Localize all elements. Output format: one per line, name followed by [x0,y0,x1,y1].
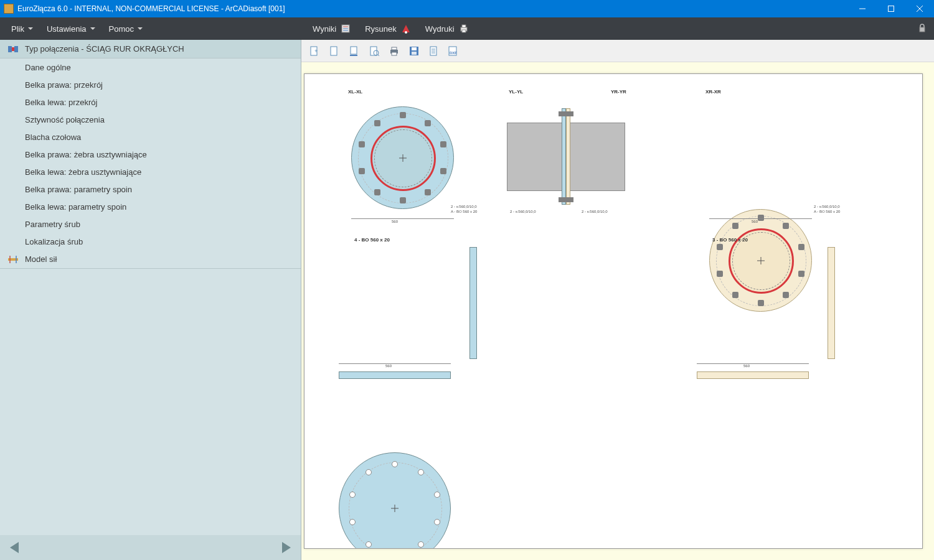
nav-next-button[interactable] [282,542,291,553]
sidebar-item-label: Blacha czołowa [25,133,81,142]
svg-rect-1 [889,6,894,12]
sidebar-item-label: Lokalizacja śrub [25,237,83,246]
callout-xl-2: A - BO 560 x 20 [451,210,477,213]
tool-new-page[interactable]: + [308,44,321,58]
drawing-icon [400,23,412,34]
svg-rect-12 [462,30,466,32]
svg-rect-33 [412,52,417,55]
minimize-button[interactable] [848,0,877,17]
sidebar-item-label: Belka prawa: przekrój [25,80,103,90]
left-menu: Plik Ustawienia Pomoc [0,17,301,40]
sidebar-header-label: Model sił [25,254,57,264]
callout-xl-1: 2 - s:560,0/10,0 [451,205,477,208]
tool-printer[interactable] [387,44,401,58]
plate-right [566,108,570,205]
forces-icon [7,254,19,265]
sidebar-item-parametry-srub[interactable]: Parametry śrub [0,215,301,233]
sidebar-header-label: Typ połączenia - ŚCIĄG RUR OKRĄGŁYCH [25,44,184,54]
menu-bar-row: Plik Ustawienia Pomoc Wyniki Rysunek Wyd… [0,17,934,40]
menu-rysunek[interactable]: Rysunek [360,21,417,37]
svg-text:DXF: DXF [450,51,457,55]
view-tag-yr: YR-YR [611,89,626,95]
maximize-button[interactable] [877,0,905,17]
svg-rect-30 [392,52,397,55]
sidebar-item-label: Belka prawa: żebra usztywniające [25,150,147,159]
sidebar-item-label: Belka lewa: przekrój [25,98,97,107]
svg-line-27 [378,55,379,56]
svg-rect-23 [351,47,357,54]
callout-y-1: 2 - s:560,0/10,0 [510,210,536,213]
menu-wyniki[interactable]: Wyniki [308,21,356,37]
dim-bl: 560 [385,364,392,368]
sidebar-item-belka-prawa-spoiny[interactable]: Belka prawa: parametry spoin [0,180,301,198]
sidebar-item-lokalizacja-srub[interactable]: Lokalizacja śrub [0,233,301,250]
menu-label: Ustawienia [47,24,87,34]
sidebar-item-label: Dane ogólne [25,63,71,72]
sidebar-item-sztywnosc[interactable]: Sztywność połączenia [0,111,301,128]
menu-pomoc[interactable]: Pomoc [104,22,148,36]
plate-left-edge [339,371,451,379]
sidebar-item-label: Belka prawa: parametry spoin [25,185,132,194]
tool-page-lines[interactable] [427,44,441,58]
nav-prev-button[interactable] [10,542,19,553]
print-icon [458,23,469,34]
sidebar-item-label: Belka lewa: żebra usztywniające [25,167,141,177]
main-split: Typ połączenia - ŚCIĄG RUR OKRĄGŁYCH Dan… [0,40,934,560]
sidebar-item-belka-lewa-spoiny[interactable]: Belka lewa: parametry spoin [0,198,301,215]
sidebar-item-label: Sztywność połączenia [25,115,105,124]
menu-plik[interactable]: Plik [6,22,38,36]
view-tag-br: 3 - BO 560 x 20 [712,237,748,243]
plate-left-front [339,452,451,549]
close-button[interactable] [905,0,934,17]
chevron-down-icon [28,27,33,30]
lock-icon[interactable] [917,22,928,34]
drawing-canvas[interactable]: XL-XL 2 - s:560,0/10,0 A - BO 560 x 20 5… [304,73,923,549]
dim-br: 560 [743,364,750,368]
view-tag-xr: XR-XR [705,89,721,95]
canvas-wrap: XL-XL 2 - s:560,0/10,0 A - BO 560 x 20 5… [301,62,934,560]
tool-page-underline[interactable] [347,44,361,58]
svg-rect-15 [14,46,18,52]
sidebar-item-dane-ogolne[interactable]: Dane ogólne [0,58,301,76]
plate-left-side [469,247,477,359]
sidebar-item-belka-lewa-zebra[interactable]: Belka lewa: żebra usztywniające [0,163,301,180]
menu-label: Pomoc [109,24,134,34]
svg-rect-29 [392,47,397,50]
connection-type-icon [7,44,19,55]
callout-y-2: 2 - s:560,0/10,0 [582,210,608,213]
svg-rect-11 [462,25,466,27]
menu-ustawienia[interactable]: Ustawienia [42,22,100,36]
sidebar-item-belka-prawa-przekroj[interactable]: Belka prawa: przekrój [0,76,301,93]
sidebar-item-belka-lewa-przekroj[interactable]: Belka lewa: przekrój [0,93,301,111]
svg-text:+: + [314,48,318,54]
callout-xr-2: A - BO 560 x 20 [814,210,840,213]
view-tag-xl: XL-XL [348,89,362,95]
svg-rect-13 [920,27,925,32]
sidebar-header-typ[interactable]: Typ połączenia - ŚCIĄG RUR OKRĄGŁYCH [0,40,301,58]
flange-right-outer [709,209,812,312]
window-title: EuroZłącza 6.0 - INTERNAL, NON-COMMERCIA… [17,4,285,13]
sidebar: Typ połączenia - ŚCIĄG RUR OKRĄGŁYCH Dan… [0,40,301,560]
sidebar-item-label: Belka lewa: parametry spoin [25,202,126,212]
menu-label: Wydruki [425,24,455,34]
chevron-down-icon [138,27,143,30]
svg-rect-16 [12,47,14,51]
sidebar-item-blacha-czolowa[interactable]: Blacha czołowa [0,128,301,146]
sidebar-header-model-sil[interactable]: Model sił [0,250,301,269]
svg-point-9 [405,31,407,34]
sidebar-list: Dane ogólne Belka prawa: przekrój Belka … [0,58,301,250]
dim-xl: 560 [392,220,398,223]
tool-page-zoom[interactable] [367,44,381,58]
sidebar-item-belka-prawa-zebra[interactable]: Belka prawa: żebra usztywniające [0,146,301,163]
menu-label: Rysunek [365,24,397,34]
tool-save[interactable] [407,44,421,58]
chevron-down-icon [90,27,95,30]
menu-wydruki[interactable]: Wydruki [420,21,474,37]
svg-rect-22 [331,47,337,55]
tool-blank-page[interactable] [328,44,341,58]
view-tag-bl: 4 - BO 560 x 20 [354,237,390,243]
bolt-bottom [559,197,573,202]
tool-dxf[interactable]: DXF [447,44,461,58]
plate-right-side [828,247,835,359]
content-pane: + DXF XL-XL 2 - s:560,0/10,0 A - BO 56 [301,40,934,560]
